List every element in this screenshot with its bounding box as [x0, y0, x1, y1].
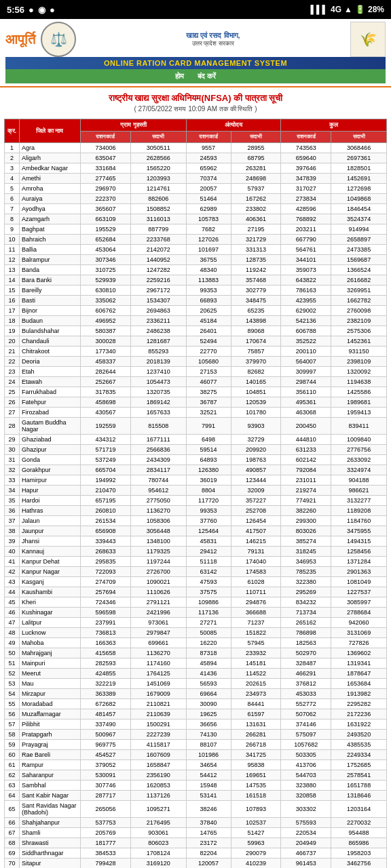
cell-sno: 61	[5, 760, 20, 770]
cell-gram-rashon: 274709	[81, 577, 131, 587]
cell-district: Shamli	[20, 828, 81, 838]
cell-ant-samabhi: 84441	[231, 699, 281, 709]
cell-gram-samabhi: 1136270	[130, 648, 186, 658]
cell-ant-samabhi: 57945	[231, 638, 281, 648]
cell-gram-rashon: 300028	[81, 336, 131, 347]
cell-tot-samabhi: 2172236	[331, 709, 387, 719]
col-antyodaya: अंत्योदय	[186, 119, 281, 132]
cell-ant-rashon: 27271	[186, 618, 231, 628]
cell-sno: 52	[5, 669, 20, 679]
cell-gram-samabhi: 2227239	[130, 730, 186, 740]
cell-gram-samabhi: 2834117	[130, 465, 186, 475]
cell-ant-rashon: 62989	[186, 204, 231, 214]
cell-ant-rashon: 105783	[186, 214, 231, 224]
cell-ant-samabhi: 146215	[231, 536, 281, 547]
cell-ant-rashon: 29412	[186, 547, 231, 557]
cell-gram-rashon: 181777	[81, 838, 131, 848]
cell-ant-samabhi: 119242	[231, 265, 281, 275]
cell-gram-samabhi: 1136270	[130, 506, 186, 516]
cell-tot-rashon: 495361	[281, 397, 331, 408]
cell-ant-samabhi: 202615	[231, 679, 281, 689]
cell-ant-samabhi: 417507	[231, 526, 281, 536]
cell-ant-rashon: 38246	[186, 801, 231, 818]
cell-tot-rashon: 786898	[281, 628, 331, 638]
cell-tot-rashon: 413706	[281, 760, 331, 770]
cell-gram-rashon: 195529	[81, 224, 131, 235]
cell-gram-samabhi: 1054473	[130, 377, 186, 387]
cell-gram-rashon: 331684	[81, 163, 131, 174]
cell-gram-samabhi: 1440952	[130, 255, 186, 265]
cell-gram-samabhi: 2110639	[130, 709, 186, 719]
cell-gram-rashon: 237991	[81, 618, 131, 628]
cell-tot-samabhi: 1651788	[331, 781, 387, 791]
cell-sno: 53	[5, 679, 20, 689]
cell-ant-rashon: 19625	[186, 709, 231, 719]
cell-sno: 29	[5, 435, 20, 445]
cell-tot-samabhi: 2270032	[331, 818, 387, 828]
cell-ant-samabhi: 348475	[231, 296, 281, 306]
cell-sno: 54	[5, 689, 20, 699]
cell-tot-samabhi: 1828501	[331, 163, 387, 174]
cell-district: Agra	[20, 143, 81, 153]
cell-district: Ayodhya	[20, 204, 81, 214]
cell-sno: 63	[5, 781, 20, 791]
cell-tot-samabhi: 1569687	[331, 255, 387, 265]
cell-gram-rashon: 496952	[81, 316, 131, 326]
cell-district: Mau	[20, 679, 81, 689]
cell-tot-rashon: 356110	[281, 387, 331, 397]
app-header: आपूर्ति ⚖️ खाद्य एवं रसद विभाग, उत्तर प्…	[0, 19, 391, 87]
cell-sno: 20	[5, 336, 20, 347]
cell-ant-rashon: 70374	[186, 174, 231, 184]
cell-gram-samabhi: 1658847	[130, 760, 186, 770]
cell-gram-rashon: 307746	[81, 781, 131, 791]
cell-tot-samabhi: 1452361	[331, 336, 387, 347]
cell-gram-rashon: 454527	[81, 750, 131, 760]
cell-ant-samabhi: 174040	[231, 557, 281, 567]
cell-tot-samabhi: 1366524	[331, 265, 387, 275]
cell-ant-samabhi: 294876	[231, 597, 281, 608]
cell-tot-rashon: 785235	[281, 567, 331, 577]
cell-sno: 64	[5, 791, 20, 801]
cell-district: Kushinagar	[20, 608, 81, 618]
cell-ant-rashon: 127026	[186, 235, 231, 245]
cell-ant-samabhi: 102537	[231, 818, 281, 828]
nav-close[interactable]: बंद करें	[198, 72, 216, 81]
cell-gram-samabhi: 1174160	[130, 658, 186, 669]
cell-ant-samabhi: 170674	[231, 336, 281, 347]
cell-ant-rashon: 38275	[186, 387, 231, 397]
cell-district: Bahraich	[20, 235, 81, 245]
cell-tot-samabhi: 931150	[331, 347, 387, 357]
cell-tot-rashon: 382260	[281, 506, 331, 516]
cell-gram-samabhi: 1247282	[130, 265, 186, 275]
cell-gram-samabhi: 3116013	[130, 214, 186, 224]
cell-ant-samabhi: 140165	[231, 377, 281, 387]
cell-district: Amethi	[20, 174, 81, 184]
cell-sno: 14	[5, 275, 20, 285]
cell-gram-rashon: 295835	[81, 557, 131, 567]
cell-tot-samabhi: 1184760	[331, 516, 387, 526]
cell-tot-samabhi: 1272698	[331, 184, 387, 194]
cell-ant-samabhi: 266281	[231, 730, 281, 740]
cell-ant-rashon: 8804	[186, 486, 231, 496]
cell-tot-rashon: 203211	[281, 224, 331, 235]
cell-ant-samabhi: 169651	[231, 770, 281, 781]
cell-sno: 57	[5, 719, 20, 730]
cell-ant-samabhi: 82682	[231, 367, 281, 377]
cell-gram-samabhi: 2421996	[130, 608, 186, 618]
cell-ant-samabhi: 28955	[231, 143, 281, 153]
cell-tot-rashon: 792084	[281, 465, 331, 475]
col-sno: क्र.	[5, 119, 20, 143]
cell-ant-rashon: 50085	[186, 628, 231, 638]
cell-ant-rashon: 101986	[186, 750, 231, 760]
cell-gram-samabhi: 2726700	[130, 567, 186, 577]
cell-sno: 35	[5, 496, 20, 506]
cell-sno: 45	[5, 597, 20, 608]
nav-home[interactable]: होम	[175, 72, 184, 81]
cell-district: Bara Banki	[20, 275, 81, 285]
cell-gram-samabhi: 1110626	[130, 587, 186, 597]
cell-gram-rashon: 337490	[81, 719, 131, 730]
cell-gram-samabhi: 1451069	[130, 679, 186, 689]
cell-gram-rashon: 317835	[81, 387, 131, 397]
cell-sno: 66	[5, 818, 20, 828]
notification-icon: ●	[29, 5, 34, 15]
